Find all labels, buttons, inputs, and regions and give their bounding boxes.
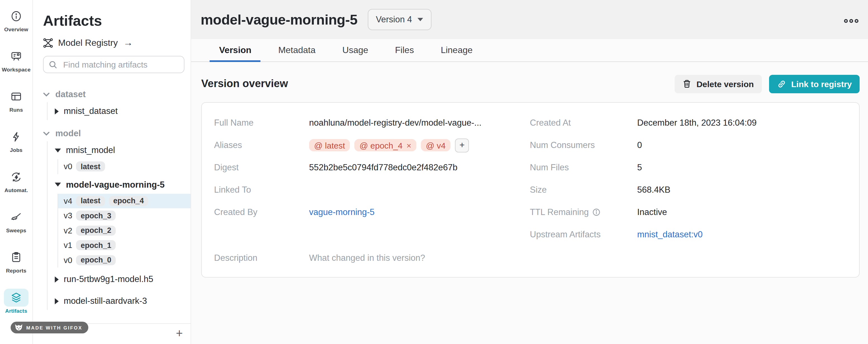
tab-lineage[interactable]: Lineage — [441, 45, 472, 55]
artifact-header: model-vague-morning-5 Version 4 — [191, 0, 868, 39]
version-id: v3 — [64, 211, 72, 220]
add-artifact-button[interactable]: + — [176, 327, 183, 340]
version-row-v4-selected[interactable]: v4 latest epoch_4 — [58, 194, 191, 208]
artifact-tree: dataset mnist_dataset model — [43, 87, 191, 310]
link-to-registry-label: Link to registry — [791, 79, 852, 89]
alias-chip-epoch-4[interactable]: @ epoch_4× — [354, 139, 416, 151]
alias-chip-latest[interactable]: @ latest — [309, 139, 350, 151]
chevron-down-icon — [43, 92, 50, 97]
model-registry-link[interactable]: Model Registry → — [43, 37, 191, 48]
link-to-registry-button[interactable]: Link to registry — [769, 74, 860, 93]
nav-item-sweeps[interactable]: Sweeps — [4, 208, 29, 234]
artifact-name: mnist_model — [66, 145, 115, 155]
alias-text: @ latest — [314, 140, 345, 150]
active-tab-indicator — [210, 60, 260, 62]
triangle-down-icon[interactable] — [55, 183, 61, 186]
tree-section-label: dataset — [55, 89, 86, 99]
section-heading: Version overview — [201, 78, 675, 90]
version-selector-label: Version 4 — [376, 14, 412, 25]
model-registry-label: Model Registry — [58, 38, 118, 48]
search-icon — [49, 60, 58, 69]
nav-item-reports[interactable]: Reports — [4, 248, 29, 274]
app-window: Overview Workspace Runs Jobs Automat. — [0, 0, 868, 344]
artifact-name: model-still-aardvark-3 — [64, 296, 147, 306]
version-id: v0 — [64, 162, 72, 171]
nav-label: Jobs — [10, 147, 22, 153]
field-label: Num Files — [530, 157, 637, 179]
version-id: v2 — [64, 226, 72, 235]
size-value: 568.4KB — [637, 179, 847, 201]
gifox-fox-icon — [14, 324, 23, 331]
version-row-mnist-model-v0[interactable]: v0 latest — [58, 159, 191, 174]
alias-text: @ epoch_4 — [360, 140, 403, 150]
add-alias-button[interactable]: + — [455, 138, 469, 152]
alias-chip-v4[interactable]: @ v4 — [421, 139, 451, 151]
remove-alias-icon[interactable]: × — [406, 140, 411, 150]
field-label: Created By — [214, 201, 309, 223]
triangle-right-icon[interactable] — [55, 276, 59, 282]
nav-label: Automat. — [4, 187, 28, 193]
tab-usage[interactable]: Usage — [342, 45, 368, 55]
nav-label: Artifacts — [5, 308, 27, 314]
broom-icon — [4, 208, 29, 226]
clipboard-icon — [4, 248, 29, 266]
nav-item-artifacts[interactable]: Artifacts — [4, 289, 29, 314]
alias-text: @ v4 — [426, 140, 446, 150]
field-label: Upstream Artifacts — [530, 223, 637, 246]
delete-version-label: Delete version — [696, 79, 754, 89]
nav-item-workspace[interactable]: Workspace — [2, 47, 31, 73]
version-tag: epoch_1 — [76, 240, 116, 250]
info-icon — [4, 7, 29, 25]
nav-item-automations[interactable]: Automat. — [4, 168, 29, 193]
tree-item-model-still-aardvark-3[interactable]: model-still-aardvark-3 — [55, 292, 191, 310]
version-row-v1[interactable]: v1 epoch_1 — [58, 238, 191, 253]
triangle-right-icon[interactable] — [55, 108, 59, 114]
artifact-search[interactable] — [43, 56, 184, 73]
version-row-v3[interactable]: v3 epoch_3 — [58, 208, 191, 223]
tree-item-mnist-dataset[interactable]: mnist_dataset — [55, 102, 191, 120]
primary-nav: Overview Workspace Runs Jobs Automat. — [0, 0, 33, 344]
nav-item-overview[interactable]: Overview — [4, 7, 29, 32]
created-by-link[interactable]: vague-morning-5 — [309, 207, 374, 217]
field-label: Size — [530, 179, 637, 201]
digest-value: 552b2be5c0794fd778edc0e2f482e67b — [309, 157, 530, 179]
upstream-artifact-link[interactable]: mnist_dataset:v0 — [637, 230, 703, 240]
artifacts-layers-icon — [4, 289, 29, 307]
delete-version-button[interactable]: Delete version — [675, 74, 762, 93]
artifact-name: mnist_dataset — [64, 106, 118, 116]
tree-section-header[interactable]: model — [43, 126, 191, 141]
description-input[interactable]: What changed in this version? — [309, 246, 530, 270]
search-input[interactable] — [62, 59, 179, 70]
nav-label: Workspace — [2, 66, 31, 73]
num-consumers-value: 0 — [637, 134, 847, 157]
tab-files[interactable]: Files — [395, 45, 414, 55]
tree-item-run-model-h5[interactable]: run-5rtbw9g1-model.h5 — [55, 270, 191, 288]
triangle-right-icon[interactable] — [55, 298, 59, 304]
field-label: Full Name — [214, 112, 309, 134]
tree-section-dataset: dataset mnist_dataset — [43, 87, 191, 120]
created-at-value: December 18th, 2023 16:04:09 — [637, 112, 847, 134]
version-id: v0 — [64, 256, 72, 265]
tab-version[interactable]: Version — [219, 45, 251, 55]
version-selector[interactable]: Version 4 — [368, 9, 432, 30]
nav-item-jobs[interactable]: Jobs — [4, 128, 29, 153]
overflow-menu-button[interactable] — [843, 19, 859, 24]
tree-item-model-vague-morning-5[interactable]: model-vague-morning-5 — [55, 176, 191, 194]
caret-down-icon — [417, 18, 423, 21]
tree-section-header[interactable]: dataset — [43, 87, 191, 102]
num-files-value: 5 — [637, 157, 847, 179]
field-label: Aliases — [214, 134, 309, 157]
trash-icon — [682, 79, 691, 88]
version-overview-card: Full Name noahluna/model-registry-dev/mo… — [201, 102, 860, 278]
tab-metadata[interactable]: Metadata — [278, 45, 315, 55]
panel-title: Artifacts — [43, 11, 191, 30]
info-circle-icon[interactable] — [593, 208, 600, 216]
tree-section-model: model mnist_model v0 latest — [43, 126, 191, 310]
nav-item-runs[interactable]: Runs — [4, 88, 29, 113]
tree-item-mnist-model[interactable]: mnist_model — [55, 141, 191, 159]
model-registry-icon — [43, 38, 53, 48]
triangle-down-icon[interactable] — [55, 148, 61, 152]
nav-label: Overview — [4, 26, 28, 32]
version-row-v0[interactable]: v0 epoch_0 — [58, 253, 191, 268]
version-row-v2[interactable]: v2 epoch_2 — [58, 223, 191, 238]
